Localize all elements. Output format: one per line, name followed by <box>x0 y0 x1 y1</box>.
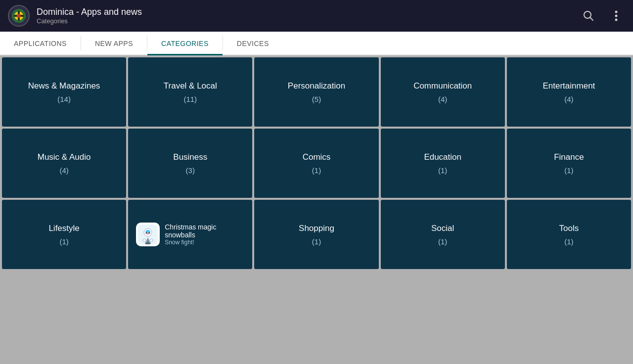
header-title-block: Dominica - Apps and news Categories <box>37 7 580 25</box>
category-travel-local[interactable]: Travel & Local (11) <box>128 57 252 127</box>
header-title: Dominica - Apps and news <box>37 7 580 17</box>
category-news-magazines[interactable]: News & Magazines (14) <box>2 57 126 127</box>
svg-point-4 <box>17 14 21 18</box>
tab-devices[interactable]: Devices <box>223 33 283 55</box>
header-actions <box>580 7 625 25</box>
tab-applications[interactable]: Applications <box>0 33 81 55</box>
category-communication[interactable]: Communication (4) <box>381 57 505 127</box>
category-featured-app[interactable]: Christmas magic snowballs Snow fight! <box>128 200 252 269</box>
category-education[interactable]: Education (1) <box>381 129 505 198</box>
svg-point-15 <box>147 233 149 234</box>
category-finance[interactable]: Finance (1) <box>507 129 631 198</box>
featured-app-info: Christmas magic snowballs Snow fight! <box>165 223 244 246</box>
category-comics[interactable]: Comics (1) <box>254 129 378 198</box>
svg-point-19 <box>150 239 153 242</box>
featured-app-icon <box>136 223 160 246</box>
svg-point-7 <box>615 11 618 13</box>
svg-point-8 <box>615 15 618 17</box>
svg-point-13 <box>146 232 147 234</box>
category-social[interactable]: Social (1) <box>381 200 505 269</box>
more-options-button[interactable] <box>607 7 625 25</box>
category-lifestyle[interactable]: Lifestyle (1) <box>2 200 126 269</box>
category-business[interactable]: Business (3) <box>128 129 252 198</box>
category-music-audio[interactable]: Music & Audio (4) <box>2 129 126 198</box>
category-shopping[interactable]: Shopping (1) <box>254 200 378 269</box>
app-logo <box>8 5 30 27</box>
svg-line-6 <box>590 18 593 21</box>
svg-point-14 <box>149 232 150 234</box>
categories-grid: News & Magazines (14) Travel & Local (11… <box>0 55 633 271</box>
header-subtitle: Categories <box>37 17 580 25</box>
bottom-area <box>0 271 633 355</box>
app-header: Dominica - Apps and news Categories <box>0 0 633 32</box>
svg-point-18 <box>143 239 146 242</box>
category-entertainment[interactable]: Entertainment (4) <box>507 57 631 127</box>
category-personalization[interactable]: Personalization (5) <box>254 57 378 127</box>
navigation-tabs: Applications New apps Categories Devices <box>0 32 633 55</box>
svg-point-9 <box>615 19 618 21</box>
tab-new-apps[interactable]: New apps <box>81 33 147 55</box>
preview-app-row: Christmas magic snowballs Snow fight! <box>136 223 244 246</box>
tab-categories[interactable]: Categories <box>147 33 223 55</box>
search-button[interactable] <box>580 7 597 25</box>
svg-point-17 <box>145 242 151 244</box>
category-tools[interactable]: Tools (1) <box>507 200 631 269</box>
